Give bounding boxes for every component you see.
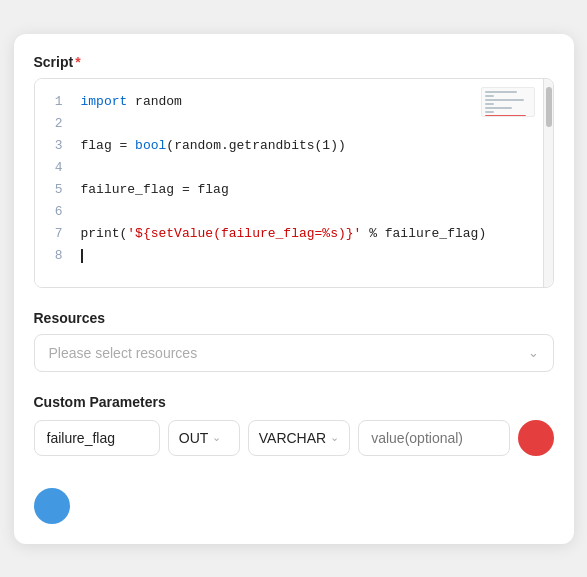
script-label: Script *	[34, 54, 554, 70]
type-chevron-icon: ⌄	[212, 431, 221, 444]
param-dtype-value: VARCHAR	[259, 430, 326, 446]
code-editor[interactable]: 1 2 3 4 5 6 7 8 import random flag = boo…	[34, 78, 554, 288]
custom-parameters-section: Custom Parameters OUT ⌄ VARCHAR ⌄	[34, 394, 554, 524]
resources-dropdown[interactable]: Please select resources ⌄	[34, 334, 554, 372]
resources-section: Resources Please select resources ⌄	[34, 310, 554, 372]
code-line-7: print('${setValue(failure_flag=%s)}' % f…	[81, 223, 535, 245]
editor-minimap	[481, 87, 535, 117]
editor-scrollbar[interactable]	[543, 79, 553, 287]
add-parameter-button[interactable]	[34, 488, 70, 524]
code-line-2	[81, 113, 535, 135]
code-line-3: flag = bool(random.getrandbits(1))	[81, 135, 535, 157]
code-line-1: import random	[81, 91, 535, 113]
param-type-value: OUT	[179, 430, 209, 446]
param-name-input[interactable]	[34, 420, 160, 456]
required-indicator: *	[75, 54, 80, 70]
param-type-dropdown[interactable]: OUT ⌄	[168, 420, 240, 456]
main-card: Script * 1 2 3 4 5 6 7 8 im	[14, 34, 574, 544]
code-line-6	[81, 201, 535, 223]
chevron-down-icon: ⌄	[528, 345, 539, 360]
resources-placeholder: Please select resources	[49, 345, 198, 361]
parameter-row: OUT ⌄ VARCHAR ⌄	[34, 420, 554, 456]
remove-parameter-button[interactable]	[518, 420, 554, 456]
code-line-4	[81, 157, 535, 179]
param-value-input[interactable]	[358, 420, 509, 456]
resources-label: Resources	[34, 310, 554, 326]
bottom-row	[34, 472, 554, 524]
code-content[interactable]: import random flag = bool(random.getrand…	[73, 79, 543, 287]
code-line-8[interactable]	[81, 245, 535, 267]
code-line-5: failure_flag = flag	[81, 179, 535, 201]
line-numbers: 1 2 3 4 5 6 7 8	[35, 79, 73, 287]
script-title: Script	[34, 54, 74, 70]
scrollbar-thumb	[546, 87, 552, 127]
param-dtype-dropdown[interactable]: VARCHAR ⌄	[248, 420, 350, 456]
custom-parameters-label: Custom Parameters	[34, 394, 554, 410]
dtype-chevron-icon: ⌄	[330, 431, 339, 444]
